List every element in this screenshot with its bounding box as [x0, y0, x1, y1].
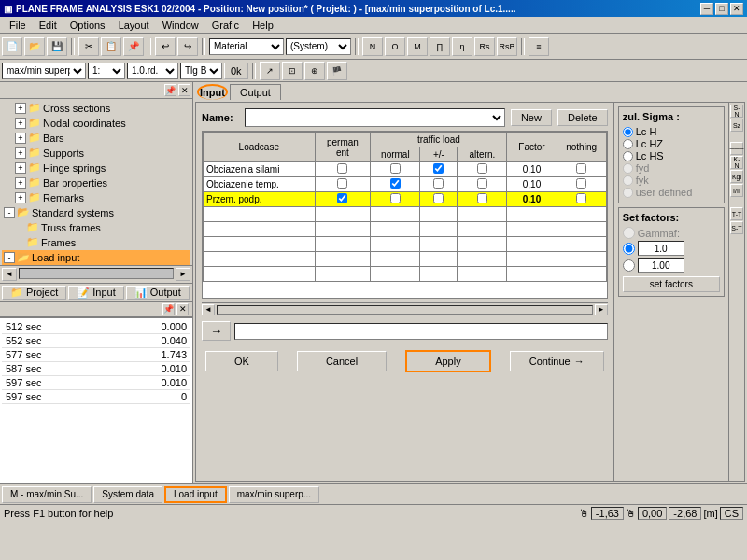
material-combo[interactable]: Material: [209, 38, 284, 55]
log-pin-button[interactable]: 📌: [162, 303, 175, 315]
gamma-enabled-radio[interactable]: [623, 243, 635, 255]
tree-item-load-input[interactable]: - 📂 Load input: [2, 250, 190, 265]
tab-input[interactable]: Input: [197, 84, 228, 100]
far-right-btn-8[interactable]: S-T: [730, 221, 743, 234]
expander-bars[interactable]: +: [15, 133, 26, 144]
tree-item-hinge[interactable]: + 📁 Hinge springs: [2, 161, 190, 175]
hscroll-track[interactable]: [217, 305, 593, 315]
project-tab-button[interactable]: 📁 Project: [2, 286, 66, 300]
tree-hscroll[interactable]: [19, 268, 174, 279]
menu-edit[interactable]: Edit: [34, 19, 63, 32]
btab-maxmin[interactable]: M - max/min Su...: [2, 486, 92, 503]
ok-small-button[interactable]: 0k: [224, 63, 248, 79]
gamma-value-input[interactable]: 1.0: [638, 241, 684, 256]
tree-item-remarks[interactable]: + 📁 Remarks: [2, 190, 190, 205]
tree-item-bar-props[interactable]: + 📁 Bar properties: [2, 175, 190, 190]
tree-scroll-right[interactable]: ►: [176, 268, 190, 281]
expander-load[interactable]: -: [4, 252, 15, 263]
row3-permanent[interactable]: [315, 192, 371, 207]
tb-btn-2[interactable]: 📂: [24, 37, 45, 56]
tb-btn-copy[interactable]: 📋: [101, 37, 121, 56]
tb-btn-11[interactable]: RsB: [497, 37, 517, 56]
far-right-btn-1[interactable]: S-N: [730, 105, 743, 118]
row3-nothing-cb[interactable]: [576, 193, 586, 203]
superpos-combo[interactable]: max/min superp: [2, 63, 86, 79]
row2-permanent-cb[interactable]: [337, 178, 347, 189]
menu-layout[interactable]: Layout: [113, 19, 155, 32]
new-button[interactable]: New: [511, 109, 552, 126]
tree-item-truss[interactable]: 📁 Truss frames: [2, 220, 190, 235]
set-factors-button[interactable]: set factors: [623, 276, 720, 292]
tb-axis[interactable]: ⊕: [304, 62, 325, 80]
row3-nothing[interactable]: [557, 192, 606, 207]
close-button[interactable]: ✕: [730, 3, 743, 15]
row2-pm-cb[interactable]: [433, 178, 444, 189]
system-combo[interactable]: (System): [286, 38, 351, 55]
ord-combo[interactable]: 1.0.rd.: [127, 63, 178, 79]
tree-scroll-left[interactable]: ◄: [2, 268, 17, 281]
tb-btn-9[interactable]: η: [452, 37, 472, 56]
gamma-manual-input[interactable]: 1.00: [638, 258, 684, 273]
maximize-button[interactable]: □: [715, 3, 728, 15]
apply-button[interactable]: Apply: [405, 350, 491, 372]
expander-standard[interactable]: -: [4, 207, 15, 218]
expander-nodal[interactable]: +: [15, 118, 26, 129]
num-combo[interactable]: 1:: [88, 63, 125, 79]
row1-nothing-cb[interactable]: [576, 163, 586, 174]
btab-loadinput[interactable]: Load input: [164, 486, 227, 503]
row3-alt-cb[interactable]: [477, 193, 487, 203]
far-right-btn-4[interactable]: K-N: [730, 156, 743, 169]
far-right-btn-2[interactable]: Sz: [730, 119, 743, 132]
row3-permanent-cb[interactable]: [337, 193, 347, 203]
sigma-fyk-radio[interactable]: [623, 175, 633, 186]
tab-output[interactable]: Output: [230, 84, 281, 100]
row1-nothing[interactable]: [557, 162, 606, 177]
tree-item-bars[interactable]: + 📁 Bars: [2, 131, 190, 146]
row2-normal-cb[interactable]: [390, 178, 401, 189]
far-right-btn-7[interactable]: T-T: [730, 207, 743, 220]
row2-altern[interactable]: [458, 177, 507, 192]
hscroll-left[interactable]: ◄: [202, 304, 215, 315]
tree-item-nodal[interactable]: + 📁 Nodal coordinates: [2, 116, 190, 131]
panel-pin-button[interactable]: 📌: [164, 84, 176, 96]
menu-help[interactable]: Help: [247, 19, 279, 32]
btab-maxminsup[interactable]: max/min superp...: [229, 486, 319, 503]
menu-file[interactable]: File: [4, 19, 32, 32]
ok-button[interactable]: OK: [205, 351, 278, 371]
tb-btn-8[interactable]: ∏: [430, 37, 450, 56]
tb-btn-1[interactable]: 📄: [2, 37, 22, 56]
tree-item-frames[interactable]: 📁 Frames: [2, 235, 190, 250]
expander-supports[interactable]: +: [15, 147, 26, 159]
row1-normal[interactable]: [371, 162, 420, 177]
tree-item-supports[interactable]: + 📁 Supports: [2, 146, 190, 161]
row1-normal-cb[interactable]: [390, 163, 401, 174]
minimize-button[interactable]: ─: [700, 3, 713, 15]
sigma-lchz-radio[interactable]: [623, 139, 633, 149]
gamma-disabled-radio[interactable]: [623, 227, 635, 239]
continue-button[interactable]: Continue →: [510, 351, 604, 371]
tree-item-cross-sections[interactable]: + 📁 Cross sections: [2, 101, 190, 116]
tb-btn-cut[interactable]: ✂: [78, 37, 99, 56]
output-tab-button[interactable]: 📊 Output: [126, 286, 190, 300]
row2-alt-cb[interactable]: [477, 178, 487, 189]
cancel-button[interactable]: Cancel: [297, 351, 387, 371]
tlg-combo[interactable]: Tlg B: [180, 63, 222, 79]
tb-export[interactable]: ↗: [260, 62, 280, 80]
tb-btn-6[interactable]: O: [385, 37, 405, 56]
far-right-btn-5[interactable]: Kgl: [730, 170, 743, 183]
sigma-lchs-radio[interactable]: [623, 151, 633, 161]
row2-nothing[interactable]: [557, 177, 606, 192]
tb-btn-paste[interactable]: 📌: [123, 37, 144, 56]
gamma-manual-radio[interactable]: [623, 259, 635, 272]
tb-frame[interactable]: ⊡: [282, 62, 303, 80]
menu-window[interactable]: Window: [157, 19, 204, 32]
tree-item-standard[interactable]: - 📂 Standard systems: [2, 205, 190, 220]
expander-cross[interactable]: +: [15, 103, 26, 114]
hscroll-right[interactable]: ►: [595, 304, 608, 315]
menu-grafic[interactable]: Grafic: [206, 19, 245, 32]
expander-bar-props[interactable]: +: [15, 177, 26, 189]
tb-flag[interactable]: 🏴: [327, 62, 347, 80]
tb-btn-12[interactable]: ≡: [529, 37, 549, 56]
row2-plusminus[interactable]: [420, 177, 458, 192]
sigma-fyd-radio[interactable]: [623, 163, 633, 174]
